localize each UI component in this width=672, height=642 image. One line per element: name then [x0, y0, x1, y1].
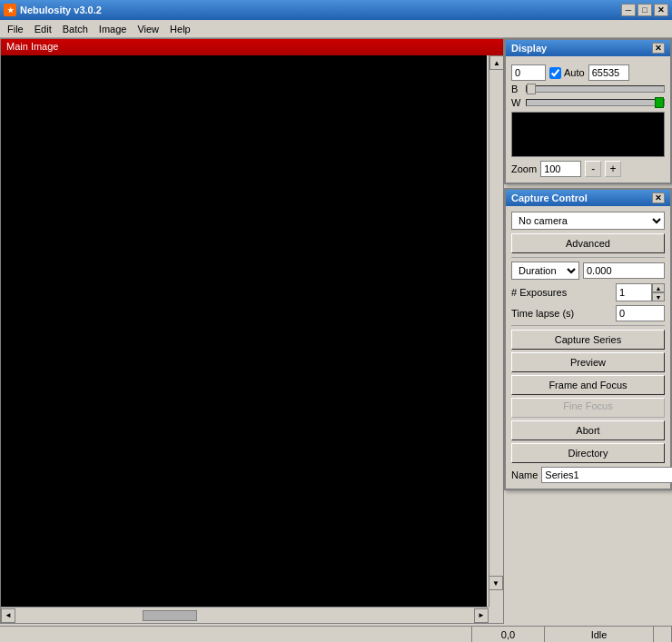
scroll-down-button[interactable]: ▼ — [489, 576, 503, 590]
timelapse-input[interactable] — [616, 305, 665, 321]
capture-panel-close[interactable]: ✕ — [652, 193, 665, 203]
white-slider-row: W — [511, 97, 665, 108]
main-image-panel: Main Image ▲ ▼ ◄ ► — [0, 38, 504, 624]
title-bar-left: ★ Nebulosity v3.0.2 — [4, 4, 102, 16]
advanced-row: Advanced — [511, 233, 665, 253]
frame-focus-button[interactable]: Frame and Focus — [511, 375, 665, 395]
duration-input[interactable] — [583, 262, 665, 279]
directory-row: Directory — [511, 443, 665, 463]
capture-panel: Capture Control ✕ No camera Advanced — [504, 188, 672, 490]
zoom-row: Zoom - + — [511, 161, 665, 177]
main-image-canvas — [1, 55, 487, 607]
app-title: Nebulosity v3.0.2 — [20, 5, 102, 15]
capture-panel-content: No camera Advanced Duration # Expo — [506, 206, 670, 489]
title-buttons: ─ □ ✕ — [621, 4, 668, 16]
fine-focus-button: Fine Focus — [511, 398, 665, 418]
capture-panel-title: Capture Control ✕ — [506, 190, 670, 206]
exposures-row: # Exposures ▲ ▼ — [511, 283, 665, 301]
scroll-right-button[interactable]: ► — [474, 608, 489, 623]
preview-row: Preview — [511, 352, 665, 372]
zoom-input[interactable] — [540, 161, 581, 177]
close-button[interactable]: ✕ — [654, 4, 668, 16]
status-empty — [0, 627, 472, 642]
exposures-spin-down[interactable]: ▼ — [652, 292, 665, 301]
status-bar: 0,0 Idle — [0, 626, 672, 642]
exposures-spin-up[interactable]: ▲ — [652, 283, 665, 292]
menu-image[interactable]: Image — [94, 22, 133, 36]
display-preview-box — [511, 112, 665, 157]
zoom-minus-button[interactable]: - — [585, 161, 601, 177]
abort-button[interactable]: Abort — [511, 420, 665, 440]
menu-batch[interactable]: Batch — [57, 22, 94, 36]
exposures-spinbox: ▲ ▼ — [616, 283, 665, 301]
display-panel-close[interactable]: ✕ — [652, 43, 665, 54]
capture-series-row: Capture Series — [511, 330, 665, 350]
directory-button[interactable]: Directory — [511, 443, 665, 463]
menu-help[interactable]: Help — [164, 22, 196, 36]
duration-row: Duration — [511, 262, 665, 280]
capture-series-button[interactable]: Capture Series — [511, 330, 665, 350]
name-row: Name — [511, 467, 665, 483]
advanced-button[interactable]: Advanced — [511, 233, 665, 253]
status-coordinates: 0,0 — [472, 627, 545, 642]
menu-bar: File Edit Batch Image View Help — [0, 20, 672, 38]
timelapse-row: Time lapse (s) — [511, 305, 665, 321]
right-panels: Display ✕ Auto B — [504, 38, 672, 624]
title-bar: ★ Nebulosity v3.0.2 ─ □ ✕ — [0, 0, 672, 20]
black-slider-thumb[interactable] — [527, 84, 536, 94]
frame-focus-row: Frame and Focus — [511, 375, 665, 395]
main-layout: Main Image ▲ ▼ ◄ ► Display ✕ — [0, 38, 672, 624]
separator-1 — [511, 257, 665, 258]
maximize-button[interactable]: □ — [637, 4, 652, 16]
menu-edit[interactable]: Edit — [29, 22, 57, 36]
fine-focus-row: Fine Focus — [511, 398, 665, 418]
main-image-title: Main Image — [1, 39, 503, 55]
status-state: Idle — [545, 627, 654, 642]
black-slider-row: B — [511, 84, 665, 94]
name-input[interactable] — [541, 467, 672, 483]
exposures-spin-buttons: ▲ ▼ — [652, 283, 665, 301]
scroll-left-button[interactable]: ◄ — [1, 608, 15, 623]
scroll-up-button[interactable]: ▲ — [489, 55, 504, 70]
duration-dropdown[interactable]: Duration — [511, 262, 579, 280]
black-value-input[interactable] — [511, 64, 546, 81]
white-value-input[interactable] — [588, 64, 629, 81]
zoom-plus-button[interactable]: + — [605, 161, 621, 177]
display-panel: Display ✕ Auto B — [504, 38, 672, 184]
vertical-scrollbar[interactable]: ▲ ▼ — [489, 55, 503, 607]
camera-row: No camera — [511, 212, 665, 230]
menu-view[interactable]: View — [132, 22, 164, 36]
separator-2 — [511, 325, 665, 326]
exposures-input[interactable] — [616, 283, 652, 301]
black-slider-track[interactable] — [526, 85, 665, 93]
display-panel-content: Auto B W — [506, 56, 670, 183]
abort-row: Abort — [511, 420, 665, 440]
black-auto-row: Auto — [511, 64, 665, 81]
white-slider-track[interactable] — [526, 99, 665, 106]
auto-checkbox-label[interactable]: Auto — [549, 67, 585, 79]
scroll-thumb-h[interactable] — [143, 610, 197, 621]
auto-checkbox[interactable] — [549, 67, 561, 79]
status-end — [654, 627, 672, 642]
horizontal-scrollbar[interactable]: ◄ ► — [1, 607, 489, 623]
app-icon: ★ — [4, 4, 16, 16]
white-slider-thumb[interactable] — [655, 97, 664, 108]
preview-button[interactable]: Preview — [511, 352, 665, 372]
camera-dropdown[interactable]: No camera — [511, 212, 665, 230]
menu-file[interactable]: File — [2, 22, 29, 36]
display-panel-title: Display ✕ — [506, 40, 670, 56]
minimize-button[interactable]: ─ — [621, 4, 636, 16]
